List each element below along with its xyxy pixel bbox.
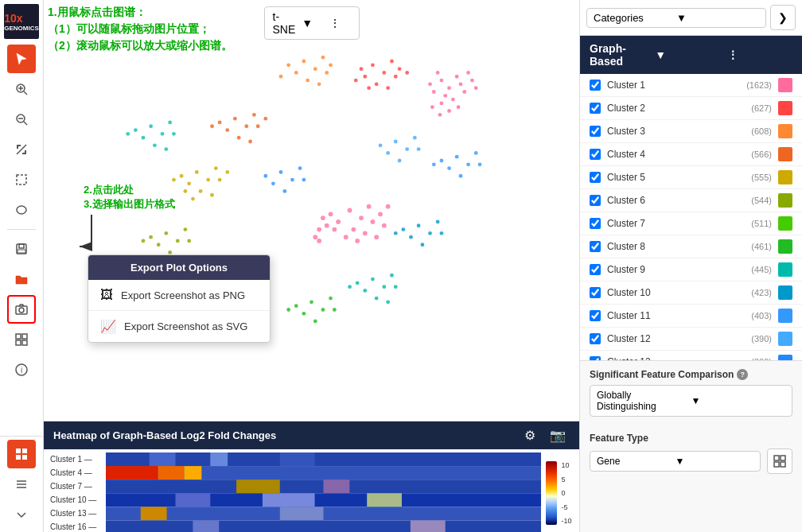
svg-point-32 [430, 105, 434, 109]
cluster-4-checkbox[interactable] [590, 149, 601, 160]
svg-rect-184 [184, 466, 201, 480]
svg-point-133 [394, 140, 398, 144]
svg-point-63 [252, 113, 256, 117]
svg-point-28 [451, 98, 455, 102]
svg-point-160 [149, 124, 153, 128]
export-png-button[interactable]: 🖼 Export Screenshot as PNG [88, 280, 270, 311]
rect-select-button[interactable] [7, 165, 36, 194]
svg-point-89 [142, 239, 146, 243]
heatmap-label-6: Cluster 16 — [50, 522, 102, 531]
cluster-3-checkbox[interactable] [590, 126, 601, 137]
feature-type-dropdown[interactable]: Gene ▼ [590, 451, 761, 472]
camera-button[interactable] [7, 295, 36, 324]
folder-button[interactable] [7, 265, 36, 293]
tsne-dropdown-icon[interactable]: ▼ [302, 17, 323, 29]
list-view-button[interactable] [7, 470, 36, 499]
svg-rect-196 [193, 520, 219, 532]
zoom-out-button[interactable] [7, 105, 36, 134]
sig-feature-info-icon[interactable]: ? [737, 369, 748, 380]
svg-point-81 [183, 189, 187, 193]
export-svg-button[interactable]: 📈 Export Screenshot as SVG [88, 311, 270, 342]
svg-point-38 [371, 63, 375, 67]
export-svg-label: Export Screenshot as SVG [124, 320, 247, 332]
feature-type-grid-button[interactable] [767, 449, 792, 474]
cluster-4-name: Cluster 4 [607, 149, 745, 160]
grid-button[interactable] [7, 325, 36, 354]
svg-point-149 [378, 212, 383, 216]
cluster-10-checkbox[interactable] [590, 287, 601, 298]
svg-rect-203 [22, 449, 27, 453]
cluster-13-color [778, 355, 792, 360]
svg-point-43 [360, 67, 364, 71]
svg-point-35 [447, 109, 451, 113]
cluster-7-checkbox[interactable] [590, 218, 601, 229]
svg-point-145 [329, 212, 333, 216]
svg-point-62 [225, 128, 229, 132]
categories-dropdown[interactable]: Categories ▼ [586, 8, 766, 28]
svg-point-100 [310, 300, 313, 304]
heatmap-settings-button[interactable]: ⚙ [520, 426, 539, 445]
svg-rect-197 [411, 520, 446, 532]
cluster-5-name: Cluster 5 [607, 172, 745, 183]
svg-point-31 [470, 79, 474, 83]
svg-rect-187 [324, 480, 350, 493]
svg-rect-11 [18, 250, 25, 253]
tsne-dropdown[interactable]: t-SNE ▼ ⋮ [264, 6, 360, 40]
info-button[interactable]: i [7, 355, 36, 384]
svg-point-143 [367, 204, 372, 209]
cluster-1-checkbox[interactable] [590, 80, 601, 91]
heatmap-canvas[interactable] [106, 452, 541, 532]
zoom-in-button[interactable] [7, 75, 36, 103]
cluster-11-checkbox[interactable] [590, 310, 601, 321]
tsne-more-icon[interactable]: ⋮ [329, 17, 351, 29]
svg-point-106 [333, 308, 337, 312]
toolbar-divider-1 [7, 229, 36, 230]
svg-point-117 [417, 223, 421, 227]
tsne-controls: t-SNE ▼ ⋮ [264, 6, 360, 40]
svg-point-41 [390, 60, 394, 64]
cluster-8-name: Cluster 8 [607, 241, 745, 252]
svg-point-118 [428, 231, 432, 235]
lasso-button[interactable] [7, 196, 36, 224]
graph-more-icon[interactable]: ⋮ [727, 49, 792, 61]
svg-point-137 [398, 159, 402, 163]
expand-down-button[interactable] [7, 500, 36, 529]
svg-point-140 [348, 208, 352, 213]
select-tool-button[interactable] [7, 45, 36, 73]
cluster-12-checkbox[interactable] [590, 333, 601, 344]
cluster-item-2: Cluster 2 (627) [580, 97, 802, 120]
cluster-8-checkbox[interactable] [590, 241, 601, 252]
cluster-6-count: (544) [751, 196, 772, 205]
cluster-5-checkbox[interactable] [590, 172, 601, 183]
cluster-5-color [778, 170, 792, 184]
export-popup: Export Plot Options 🖼 Export Screenshot … [88, 254, 271, 343]
svg-point-52 [294, 71, 298, 75]
categories-arrow-button[interactable]: ❯ [770, 5, 796, 30]
svg-point-48 [367, 86, 371, 90]
feature-type-title: Feature Type [590, 433, 792, 444]
sig-feature-dropdown[interactable]: Globally Distinguishing ▼ [590, 385, 792, 417]
cluster-2-color [778, 101, 792, 115]
heatmap-export-button[interactable]: 📷 [546, 426, 570, 445]
grid-view-button[interactable] [7, 440, 36, 468]
scatter-plot-area[interactable]: 2.点击此处 3.选择输出图片格式 Export Plot Options 🖼 … [44, 0, 579, 421]
cluster-10-name: Cluster 10 [607, 287, 745, 298]
svg-point-156 [313, 235, 317, 239]
annotation-line1: 1.用鼠标点击图谱： [48, 4, 232, 21]
cluster-item-3: Cluster 3 (608) [580, 120, 802, 143]
svg-point-74 [199, 189, 203, 193]
cluster-2-checkbox[interactable] [590, 103, 601, 114]
svg-point-134 [405, 147, 409, 151]
save-button[interactable] [7, 235, 36, 263]
svg-point-46 [386, 86, 390, 90]
graph-dropdown-icon[interactable]: ▼ [655, 49, 720, 61]
cluster-9-checkbox[interactable] [590, 264, 601, 275]
svg-point-73 [214, 166, 218, 170]
svg-point-22 [432, 90, 436, 94]
resize-button[interactable] [7, 135, 36, 164]
svg-point-175 [302, 178, 306, 182]
cluster-6-checkbox[interactable] [590, 195, 601, 206]
svg-point-75 [180, 174, 184, 178]
svg-point-65 [218, 121, 222, 125]
svg-point-44 [394, 75, 398, 79]
